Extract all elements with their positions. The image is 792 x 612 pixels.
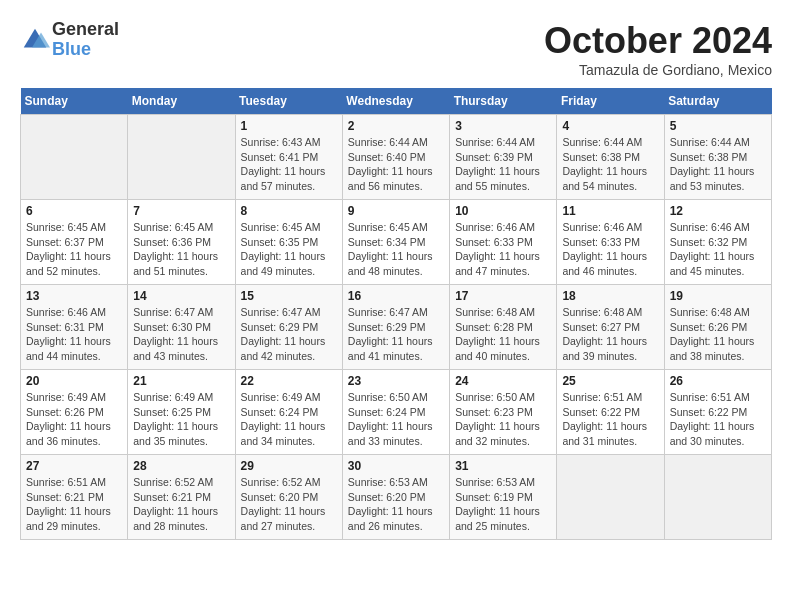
day-info: Sunrise: 6:50 AM Sunset: 6:24 PM Dayligh… — [348, 390, 444, 449]
logo-blue: Blue — [52, 40, 119, 60]
day-cell: 5Sunrise: 6:44 AM Sunset: 6:38 PM Daylig… — [664, 115, 771, 200]
day-info: Sunrise: 6:44 AM Sunset: 6:38 PM Dayligh… — [670, 135, 766, 194]
day-number: 8 — [241, 204, 337, 218]
day-cell: 28Sunrise: 6:52 AM Sunset: 6:21 PM Dayli… — [128, 455, 235, 540]
header-row: SundayMondayTuesdayWednesdayThursdayFrid… — [21, 88, 772, 115]
title-block: October 2024 Tamazula de Gordiano, Mexic… — [544, 20, 772, 78]
day-cell: 19Sunrise: 6:48 AM Sunset: 6:26 PM Dayli… — [664, 285, 771, 370]
day-info: Sunrise: 6:52 AM Sunset: 6:20 PM Dayligh… — [241, 475, 337, 534]
day-cell: 10Sunrise: 6:46 AM Sunset: 6:33 PM Dayli… — [450, 200, 557, 285]
day-cell: 15Sunrise: 6:47 AM Sunset: 6:29 PM Dayli… — [235, 285, 342, 370]
day-number: 5 — [670, 119, 766, 133]
day-number: 23 — [348, 374, 444, 388]
day-cell: 1Sunrise: 6:43 AM Sunset: 6:41 PM Daylig… — [235, 115, 342, 200]
header-cell-tuesday: Tuesday — [235, 88, 342, 115]
day-cell: 3Sunrise: 6:44 AM Sunset: 6:39 PM Daylig… — [450, 115, 557, 200]
day-cell: 11Sunrise: 6:46 AM Sunset: 6:33 PM Dayli… — [557, 200, 664, 285]
day-number: 24 — [455, 374, 551, 388]
day-cell: 31Sunrise: 6:53 AM Sunset: 6:19 PM Dayli… — [450, 455, 557, 540]
day-info: Sunrise: 6:46 AM Sunset: 6:31 PM Dayligh… — [26, 305, 122, 364]
day-number: 1 — [241, 119, 337, 133]
week-row-1: 1Sunrise: 6:43 AM Sunset: 6:41 PM Daylig… — [21, 115, 772, 200]
day-number: 11 — [562, 204, 658, 218]
day-cell: 8Sunrise: 6:45 AM Sunset: 6:35 PM Daylig… — [235, 200, 342, 285]
day-cell: 16Sunrise: 6:47 AM Sunset: 6:29 PM Dayli… — [342, 285, 449, 370]
day-cell: 22Sunrise: 6:49 AM Sunset: 6:24 PM Dayli… — [235, 370, 342, 455]
day-cell: 13Sunrise: 6:46 AM Sunset: 6:31 PM Dayli… — [21, 285, 128, 370]
day-info: Sunrise: 6:52 AM Sunset: 6:21 PM Dayligh… — [133, 475, 229, 534]
day-number: 16 — [348, 289, 444, 303]
header-cell-friday: Friday — [557, 88, 664, 115]
day-info: Sunrise: 6:43 AM Sunset: 6:41 PM Dayligh… — [241, 135, 337, 194]
day-cell: 18Sunrise: 6:48 AM Sunset: 6:27 PM Dayli… — [557, 285, 664, 370]
day-info: Sunrise: 6:53 AM Sunset: 6:19 PM Dayligh… — [455, 475, 551, 534]
calendar-header: SundayMondayTuesdayWednesdayThursdayFrid… — [21, 88, 772, 115]
week-row-5: 27Sunrise: 6:51 AM Sunset: 6:21 PM Dayli… — [21, 455, 772, 540]
day-number: 9 — [348, 204, 444, 218]
day-number: 14 — [133, 289, 229, 303]
day-number: 12 — [670, 204, 766, 218]
day-cell: 6Sunrise: 6:45 AM Sunset: 6:37 PM Daylig… — [21, 200, 128, 285]
day-number: 22 — [241, 374, 337, 388]
day-info: Sunrise: 6:47 AM Sunset: 6:29 PM Dayligh… — [241, 305, 337, 364]
header-cell-sunday: Sunday — [21, 88, 128, 115]
day-number: 21 — [133, 374, 229, 388]
day-number: 6 — [26, 204, 122, 218]
day-cell: 24Sunrise: 6:50 AM Sunset: 6:23 PM Dayli… — [450, 370, 557, 455]
day-info: Sunrise: 6:44 AM Sunset: 6:39 PM Dayligh… — [455, 135, 551, 194]
day-number: 4 — [562, 119, 658, 133]
day-cell: 2Sunrise: 6:44 AM Sunset: 6:40 PM Daylig… — [342, 115, 449, 200]
day-info: Sunrise: 6:45 AM Sunset: 6:36 PM Dayligh… — [133, 220, 229, 279]
calendar-table: SundayMondayTuesdayWednesdayThursdayFrid… — [20, 88, 772, 540]
logo-icon — [20, 25, 50, 55]
day-info: Sunrise: 6:49 AM Sunset: 6:25 PM Dayligh… — [133, 390, 229, 449]
day-info: Sunrise: 6:48 AM Sunset: 6:28 PM Dayligh… — [455, 305, 551, 364]
week-row-3: 13Sunrise: 6:46 AM Sunset: 6:31 PM Dayli… — [21, 285, 772, 370]
month-title: October 2024 — [544, 20, 772, 62]
day-cell: 26Sunrise: 6:51 AM Sunset: 6:22 PM Dayli… — [664, 370, 771, 455]
header-cell-monday: Monday — [128, 88, 235, 115]
day-info: Sunrise: 6:46 AM Sunset: 6:33 PM Dayligh… — [562, 220, 658, 279]
day-info: Sunrise: 6:44 AM Sunset: 6:40 PM Dayligh… — [348, 135, 444, 194]
day-number: 3 — [455, 119, 551, 133]
day-cell: 23Sunrise: 6:50 AM Sunset: 6:24 PM Dayli… — [342, 370, 449, 455]
day-number: 27 — [26, 459, 122, 473]
day-number: 10 — [455, 204, 551, 218]
day-number: 7 — [133, 204, 229, 218]
day-info: Sunrise: 6:51 AM Sunset: 6:22 PM Dayligh… — [562, 390, 658, 449]
day-info: Sunrise: 6:48 AM Sunset: 6:26 PM Dayligh… — [670, 305, 766, 364]
day-cell: 7Sunrise: 6:45 AM Sunset: 6:36 PM Daylig… — [128, 200, 235, 285]
calendar-body: 1Sunrise: 6:43 AM Sunset: 6:41 PM Daylig… — [21, 115, 772, 540]
day-cell: 27Sunrise: 6:51 AM Sunset: 6:21 PM Dayli… — [21, 455, 128, 540]
day-cell: 25Sunrise: 6:51 AM Sunset: 6:22 PM Dayli… — [557, 370, 664, 455]
day-number: 2 — [348, 119, 444, 133]
day-cell: 4Sunrise: 6:44 AM Sunset: 6:38 PM Daylig… — [557, 115, 664, 200]
day-cell: 21Sunrise: 6:49 AM Sunset: 6:25 PM Dayli… — [128, 370, 235, 455]
header-cell-thursday: Thursday — [450, 88, 557, 115]
day-info: Sunrise: 6:53 AM Sunset: 6:20 PM Dayligh… — [348, 475, 444, 534]
day-number: 20 — [26, 374, 122, 388]
week-row-2: 6Sunrise: 6:45 AM Sunset: 6:37 PM Daylig… — [21, 200, 772, 285]
day-cell — [664, 455, 771, 540]
location-subtitle: Tamazula de Gordiano, Mexico — [544, 62, 772, 78]
day-info: Sunrise: 6:49 AM Sunset: 6:24 PM Dayligh… — [241, 390, 337, 449]
day-cell — [128, 115, 235, 200]
day-cell: 20Sunrise: 6:49 AM Sunset: 6:26 PM Dayli… — [21, 370, 128, 455]
day-number: 29 — [241, 459, 337, 473]
day-info: Sunrise: 6:47 AM Sunset: 6:30 PM Dayligh… — [133, 305, 229, 364]
logo-text: General Blue — [52, 20, 119, 60]
day-cell — [21, 115, 128, 200]
header-cell-saturday: Saturday — [664, 88, 771, 115]
day-number: 31 — [455, 459, 551, 473]
day-info: Sunrise: 6:48 AM Sunset: 6:27 PM Dayligh… — [562, 305, 658, 364]
day-number: 17 — [455, 289, 551, 303]
day-number: 15 — [241, 289, 337, 303]
day-number: 26 — [670, 374, 766, 388]
day-cell: 9Sunrise: 6:45 AM Sunset: 6:34 PM Daylig… — [342, 200, 449, 285]
day-cell: 14Sunrise: 6:47 AM Sunset: 6:30 PM Dayli… — [128, 285, 235, 370]
day-info: Sunrise: 6:50 AM Sunset: 6:23 PM Dayligh… — [455, 390, 551, 449]
day-cell: 29Sunrise: 6:52 AM Sunset: 6:20 PM Dayli… — [235, 455, 342, 540]
day-info: Sunrise: 6:46 AM Sunset: 6:33 PM Dayligh… — [455, 220, 551, 279]
day-cell: 30Sunrise: 6:53 AM Sunset: 6:20 PM Dayli… — [342, 455, 449, 540]
day-info: Sunrise: 6:44 AM Sunset: 6:38 PM Dayligh… — [562, 135, 658, 194]
